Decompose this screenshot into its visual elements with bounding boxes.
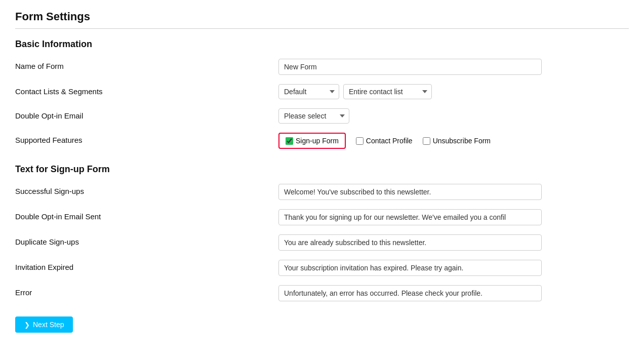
double-optin-label: Double Opt-in Email [15, 108, 278, 120]
supported-features-row: Supported Features Sign-up Form Contact … [15, 133, 629, 149]
unsubscribe-form-checkbox[interactable] [423, 137, 430, 145]
supported-features-label: Supported Features [15, 133, 278, 144]
contact-lists-control: Default Entire contact list [278, 84, 629, 99]
duplicate-signups-row: Duplicate Sign-ups [15, 234, 629, 251]
name-of-form-input[interactable] [278, 59, 542, 75]
unsubscribe-form-label[interactable]: Unsubscribe Form [433, 137, 491, 145]
duplicate-signups-input[interactable] [278, 234, 542, 251]
please-select-dropdown[interactable]: Please select [278, 108, 349, 124]
double-optin-row: Double Opt-in Email Please select [15, 108, 629, 124]
name-of-form-label: Name of Form [15, 59, 278, 70]
double-optin-control: Please select [278, 108, 629, 124]
contact-profile-label[interactable]: Contact Profile [366, 137, 413, 145]
invitation-expired-row: Invitation Expired [15, 260, 629, 276]
successful-signups-row: Successful Sign-ups [15, 184, 629, 200]
contact-lists-row: Contact Lists & Segments Default Entire … [15, 84, 629, 99]
contact-list-select[interactable]: Entire contact list [343, 84, 432, 99]
checkboxes-container: Sign-up Form Contact Profile Unsubscribe… [278, 133, 491, 149]
duplicate-signups-control [278, 234, 629, 251]
double-optin-sent-input[interactable] [278, 209, 542, 225]
unsubscribe-form-item: Unsubscribe Form [423, 137, 491, 145]
double-optin-sent-row: Double Opt-in Email Sent [15, 209, 629, 225]
title-divider [15, 28, 629, 29]
invitation-expired-input[interactable] [278, 260, 542, 276]
error-control [278, 285, 629, 301]
supported-features-control: Sign-up Form Contact Profile Unsubscribe… [278, 133, 629, 149]
successful-signups-label: Successful Sign-ups [15, 184, 278, 195]
invitation-expired-label: Invitation Expired [15, 260, 278, 271]
double-optin-sent-label: Double Opt-in Email Sent [15, 209, 278, 221]
basic-info-section-title: Basic Information [15, 39, 629, 50]
error-input[interactable] [278, 285, 542, 301]
successful-signups-control [278, 184, 629, 200]
signup-form-label[interactable]: Sign-up Form [296, 137, 339, 145]
signup-form-checkbox[interactable] [286, 137, 293, 145]
error-label: Error [15, 285, 278, 297]
page-title: Form Settings [15, 10, 629, 23]
signup-form-checkbox-highlighted: Sign-up Form [278, 133, 346, 149]
contact-profile-item: Contact Profile [356, 137, 413, 145]
duplicate-signups-label: Duplicate Sign-ups [15, 234, 278, 246]
next-step-button[interactable]: ❯ Next Step [15, 316, 73, 333]
next-step-arrow-icon: ❯ [24, 321, 30, 329]
name-of-form-row: Name of Form [15, 59, 629, 75]
successful-signups-input[interactable] [278, 184, 542, 200]
default-select[interactable]: Default [278, 84, 339, 99]
text-signup-section-title: Text for Sign-up Form [15, 164, 629, 175]
name-of-form-control [278, 59, 629, 75]
contact-profile-checkbox[interactable] [356, 137, 364, 145]
next-step-label: Next Step [33, 321, 64, 329]
double-optin-sent-control [278, 209, 629, 225]
error-row: Error [15, 285, 629, 301]
contact-lists-label: Contact Lists & Segments [15, 84, 278, 96]
invitation-expired-control [278, 260, 629, 276]
